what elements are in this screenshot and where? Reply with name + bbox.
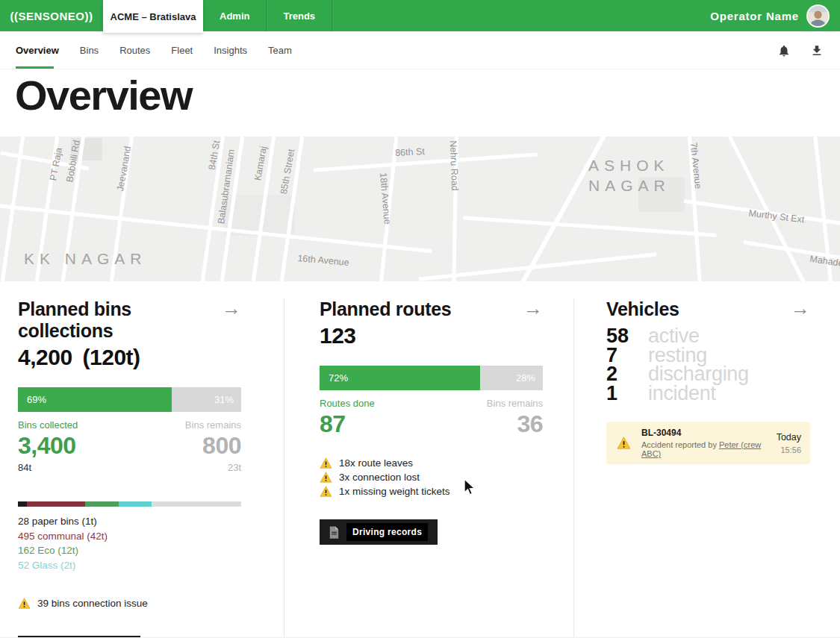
- nav-item-team[interactable]: Team: [268, 45, 292, 56]
- segment-paper: [18, 501, 27, 507]
- routes-warning-text: 18x route leaves: [339, 457, 413, 469]
- incident-when: Today 15:56: [777, 432, 801, 454]
- street-label: 16th Avenue: [282, 251, 365, 269]
- routes-remains-stat: Bins remains 36: [487, 398, 543, 438]
- map[interactable]: PT Raja Bobbili Rd Jeevanand 84th St Bal…: [0, 137, 840, 281]
- column-divider: [573, 298, 574, 638]
- incident-vehicle-id: BL-30494: [641, 428, 777, 438]
- stat-value: 1: [606, 382, 648, 405]
- bins-remains-weight: 23t: [185, 462, 241, 473]
- arrow-right-icon[interactable]: [523, 298, 543, 318]
- map-road: [463, 216, 717, 237]
- vehicles-stat-discharging: 2 discharging: [606, 363, 810, 382]
- map-road: [0, 203, 432, 254]
- segment-eco: [85, 501, 119, 507]
- bell-icon[interactable]: [777, 44, 791, 57]
- bins-total-weight: (120t): [83, 345, 140, 369]
- driving-records-label: Driving records: [346, 523, 428, 541]
- street-label: 86th St: [369, 145, 452, 160]
- user-avatar[interactable]: [806, 4, 830, 28]
- active-tab-underline: [16, 66, 54, 69]
- routes-panel-title: Planned routes: [320, 298, 451, 320]
- nav-item-bins[interactable]: Bins: [80, 45, 99, 56]
- bins-total-count: 4,200: [18, 345, 72, 369]
- routes-remains-label: Bins remains: [487, 398, 543, 409]
- nav-item-overview[interactable]: Overview: [16, 45, 59, 56]
- header-user-area: Operator Name: [710, 0, 840, 31]
- bins-progress-done-label: 69%: [27, 394, 46, 405]
- bins-type-list: 28 paper bins (1t) 495 communal (42t) 16…: [18, 514, 241, 572]
- routes-remains-value: 36: [487, 410, 543, 438]
- bins-progress-bar: 69% 31%: [18, 387, 241, 412]
- vehicles-stats: 58 active 7 resting 2 discharging 1 inci…: [606, 325, 810, 401]
- bins-warning: 39 bins connection issue: [18, 598, 241, 609]
- bins-collected-label: Bins collected: [18, 419, 78, 431]
- segment-rest: [152, 501, 241, 507]
- bins-type-communal: 495 communal (42t): [18, 529, 241, 544]
- routes-warning-text: 1x missing weight tickets: [339, 486, 450, 497]
- bins-warning-text: 39 bins connection issue: [37, 598, 148, 609]
- incident-message: Accident reported by Peter (crew ABC): [641, 440, 777, 458]
- vehicles-stat-resting: 7 resting: [606, 344, 810, 363]
- stat-label: incident: [648, 382, 716, 405]
- arrow-right-icon[interactable]: [791, 298, 810, 318]
- section-nav: Overview Bins Routes Fleet Insights Team: [0, 31, 840, 69]
- street-label: Nehru Road: [447, 137, 461, 207]
- column-divider: [284, 298, 284, 638]
- routes-total: 123: [320, 323, 543, 348]
- incident-message-prefix: Accident reported by: [641, 440, 719, 449]
- bins-collected-stat: Bins collected 3,400 84t: [18, 419, 78, 473]
- bins-collected-weight: 84t: [18, 462, 78, 473]
- routes-warning-text: 3x connection lost: [339, 472, 420, 483]
- bins-collected-value: 3,400: [18, 432, 78, 460]
- routes-warning-list: 18x route leaves 3x connection lost 1x m…: [320, 457, 543, 497]
- operator-name[interactable]: Operator Name: [710, 10, 799, 22]
- street-label: Murthy St Ext: [735, 206, 818, 226]
- planned-routes-panel: Planned routes 123 72% 28% Routes done 8…: [320, 298, 543, 545]
- driving-records-button[interactable]: Driving records: [320, 519, 438, 545]
- vehicles-stat-incident: 1 incident: [606, 382, 810, 401]
- warning-icon: [18, 598, 31, 609]
- tab-admin[interactable]: Admin: [203, 0, 267, 31]
- nav-item-fleet[interactable]: Fleet: [171, 45, 193, 56]
- bins-panel-title: Planned bins collections: [18, 298, 222, 342]
- warning-icon: [320, 486, 332, 497]
- routes-warning-item: 1x missing weight tickets: [320, 486, 543, 497]
- bins-total: 4,200(120t): [18, 345, 241, 370]
- page-title: Overview: [15, 71, 192, 119]
- tab-org[interactable]: ACME – Bratislava: [103, 0, 203, 33]
- vehicles-panel: Vehicles 58 active 7 resting 2 dischargi…: [606, 298, 810, 464]
- download-icon[interactable]: [810, 44, 824, 57]
- app-root: ((SENSONEO)) ACME – Bratislava Admin Tre…: [0, 0, 840, 638]
- nav-item-routes[interactable]: Routes: [119, 45, 150, 56]
- nav-item-insights[interactable]: Insights: [214, 45, 247, 56]
- vehicle-incident-card[interactable]: BL-30494 Accident reported by Peter (cre…: [606, 422, 810, 464]
- warning-icon: [320, 472, 332, 483]
- routes-done-value: 87: [320, 410, 375, 438]
- routes-progress-remain-label: 28%: [516, 372, 535, 384]
- routes-warning-item: 3x connection lost: [320, 472, 543, 483]
- segment-glass: [119, 501, 152, 507]
- routes-done-stat: Routes done 87: [320, 398, 375, 438]
- routes-done-label: Routes done: [320, 398, 375, 409]
- bins-progress-remain-label: 31%: [214, 394, 234, 405]
- bins-remains-stat: Bins remains 800 23t: [185, 419, 241, 473]
- area-label-kk-nagar: KK NAGAR: [24, 248, 147, 269]
- tab-trends[interactable]: Trends: [267, 0, 332, 31]
- warning-icon: [617, 437, 631, 449]
- warning-icon: [320, 457, 332, 469]
- avatar-image: [808, 6, 828, 26]
- segment-communal: [27, 501, 85, 507]
- nav-icons: [777, 31, 824, 69]
- vehicles-panel-title: Vehicles: [606, 298, 679, 320]
- incident-body: BL-30494 Accident reported by Peter (cre…: [641, 428, 777, 458]
- bins-remains-value: 800: [185, 432, 241, 460]
- sensoneo-logo: ((SENSONEO)): [0, 0, 103, 31]
- bins-type-glass: 52 Glass (2t): [18, 558, 241, 573]
- top-header: ((SENSONEO)) ACME – Bratislava Admin Tre…: [0, 0, 840, 31]
- routes-progress-done-label: 72%: [329, 372, 348, 384]
- arrow-right-icon[interactable]: [222, 298, 241, 318]
- bins-collections-panel: Planned bins collections 4,200(120t) 69%…: [18, 298, 241, 638]
- bins-remains-label: Bins remains: [185, 419, 241, 431]
- document-icon: [329, 526, 339, 539]
